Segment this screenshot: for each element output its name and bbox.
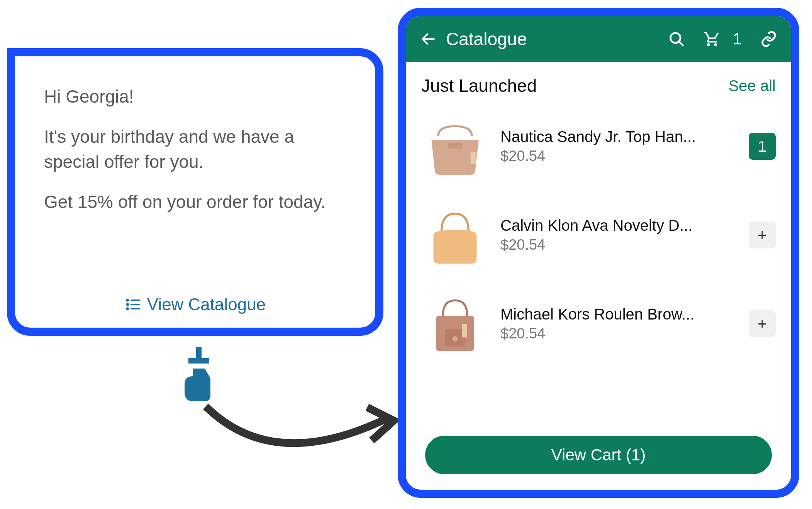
product-row[interactable]: Calvin Klon Ava Novelty D... $20.54 + [421,196,776,274]
chat-greeting: Hi Georgia! [44,84,346,109]
cart-icon[interactable] [704,30,720,47]
chat-content: Hi Georgia! It's your birthday and we ha… [44,84,346,281]
search-icon[interactable] [668,30,685,47]
chat-offer-line-1: It's your birthday and we have a special… [44,124,346,174]
cart-count: 1 [733,30,742,48]
product-row[interactable]: Nautica Sandy Jr. Top Han... $20.54 1 [421,108,776,185]
view-catalogue-button[interactable]: View Catalogue [44,281,346,328]
product-name: Calvin Klon Ava Novelty D... [500,217,737,234]
product-row[interactable]: Michael Kors Roulen Brow... $20.54 + [421,285,776,362]
view-cart-button[interactable]: View Cart (1) [425,436,772,474]
chat-offer-line-2: Get 15% off on your order for today. [44,189,346,214]
back-icon[interactable] [420,30,437,47]
product-info: Calvin Klon Ava Novelty D... $20.54 [500,217,737,253]
svg-point-15 [453,336,458,342]
product-image [421,290,489,358]
svg-point-0 [127,299,128,301]
link-icon[interactable] [760,30,777,47]
svg-point-4 [127,308,128,309]
catalogue-title: Catalogue [446,29,659,49]
svg-line-10 [679,42,683,45]
product-info: Nautica Sandy Jr. Top Han... $20.54 [500,128,737,164]
svg-point-2 [127,304,128,305]
svg-rect-12 [471,152,476,164]
product-price: $20.54 [500,325,737,342]
product-image [421,113,489,180]
svg-rect-6 [196,347,202,363]
product-price: $20.54 [500,148,737,164]
product-name: Michael Kors Roulen Brow... [500,306,737,323]
product-info: Michael Kors Roulen Brow... $20.54 [500,306,737,342]
tap-pointer-arrow [178,347,402,471]
list-icon [125,296,142,313]
add-to-cart-button[interactable]: + [749,222,776,249]
section-title: Just Launched [421,75,537,96]
product-price: $20.54 [500,237,737,253]
catalogue-panel: Catalogue 1 Just Launched See all [398,8,799,498]
chat-bubble: Hi Georgia! It's your birthday and we ha… [7,48,383,336]
svg-rect-7 [188,358,209,364]
section-header: Just Launched See all [421,75,776,96]
catalogue-body: Just Launched See all Nautica Sandy Jr. … [406,62,791,490]
catalogue-header: Catalogue 1 [406,16,791,62]
product-qty-badge[interactable]: 1 [749,133,776,160]
add-to-cart-button[interactable]: + [749,310,776,337]
svg-rect-16 [462,324,467,337]
svg-rect-11 [448,143,462,148]
see-all-link[interactable]: See all [729,77,776,95]
product-name: Nautica Sandy Jr. Top Han... [500,128,737,145]
view-catalogue-label: View Catalogue [147,295,266,314]
product-image [421,201,489,269]
